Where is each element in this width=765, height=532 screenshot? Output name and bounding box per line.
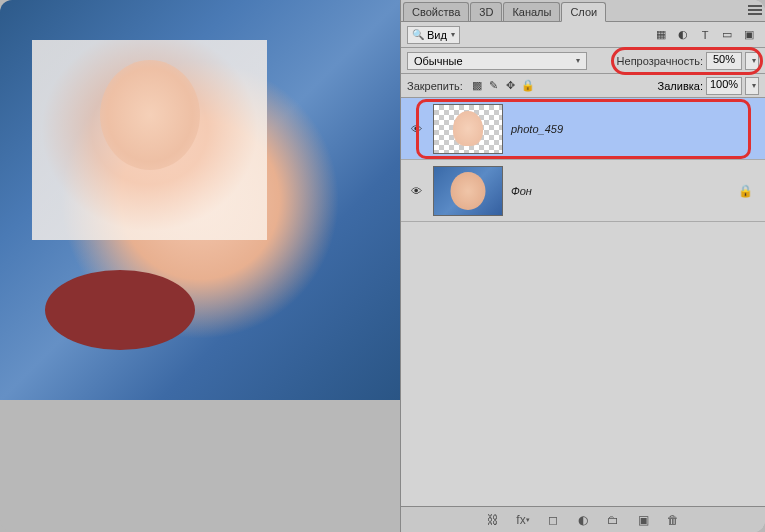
chevron-down-icon: ▾ xyxy=(576,56,580,65)
blend-mode-select[interactable]: Обычные ▾ xyxy=(407,52,587,70)
canvas-overlay-layer xyxy=(32,40,267,240)
delete-layer-icon[interactable]: 🗑 xyxy=(663,511,683,529)
tab-channels[interactable]: Каналы xyxy=(503,2,560,21)
tab-layers[interactable]: Слои xyxy=(561,2,606,22)
filter-adjustment-icon[interactable]: ◐ xyxy=(673,26,693,44)
tab-3d[interactable]: 3D xyxy=(470,2,502,21)
panel-tabs: Свойства 3D Каналы Слои xyxy=(401,0,765,22)
opacity-input[interactable]: 50% xyxy=(706,52,742,70)
opacity-dropdown[interactable]: ▾ xyxy=(745,52,759,70)
layer-fx-icon[interactable]: fx▾ xyxy=(513,511,533,529)
chevron-down-icon: ▾ xyxy=(451,30,455,39)
fill-label: Заливка: xyxy=(658,80,703,92)
fill-input[interactable]: 100% xyxy=(706,77,742,95)
blend-row: Обычные ▾ Непрозрачность: 50% ▾ xyxy=(401,48,765,74)
eye-icon: 👁 xyxy=(411,185,422,197)
filter-smart-icon[interactable]: ▣ xyxy=(739,26,759,44)
layer-row[interactable]: 👁 photo_459 xyxy=(401,98,765,160)
opacity-label: Непрозрачность: xyxy=(617,55,703,67)
fill-dropdown[interactable]: ▾ xyxy=(745,77,759,95)
filter-kind-label: Вид xyxy=(427,29,447,41)
canvas-area[interactable] xyxy=(0,0,400,532)
add-mask-icon[interactable]: ◻ xyxy=(543,511,563,529)
layer-thumbnail[interactable] xyxy=(433,104,503,154)
visibility-toggle[interactable]: 👁 xyxy=(407,182,425,200)
visibility-toggle[interactable]: 👁 xyxy=(407,120,425,138)
lock-pixels-icon[interactable]: ✎ xyxy=(486,78,502,94)
eye-icon: 👁 xyxy=(411,123,422,135)
layer-name[interactable]: Фон xyxy=(511,185,532,197)
lock-icon: 🔒 xyxy=(738,184,753,198)
lock-transparency-icon[interactable]: ▩ xyxy=(469,78,485,94)
filter-row: 🔍 Вид ▾ ▦ ◐ T ▭ ▣ xyxy=(401,22,765,48)
chevron-down-icon: ▾ xyxy=(752,56,756,65)
filter-type-icon[interactable]: T xyxy=(695,26,715,44)
search-icon: 🔍 xyxy=(412,29,424,40)
filter-pixel-icon[interactable]: ▦ xyxy=(651,26,671,44)
new-layer-icon[interactable]: ▣ xyxy=(633,511,653,529)
layer-thumbnail[interactable] xyxy=(433,166,503,216)
layer-name[interactable]: photo_459 xyxy=(511,123,563,135)
lock-all-icon[interactable]: 🔒 xyxy=(520,78,536,94)
layer-row[interactable]: 👁 Фон 🔒 xyxy=(401,160,765,222)
layers-list: 👁 photo_459 👁 Фон 🔒 xyxy=(401,98,765,506)
blend-mode-label: Обычные xyxy=(414,55,463,67)
filter-kind-select[interactable]: 🔍 Вид ▾ xyxy=(407,26,460,44)
filter-shape-icon[interactable]: ▭ xyxy=(717,26,737,44)
chevron-down-icon: ▾ xyxy=(752,81,756,90)
link-layers-icon[interactable]: ⛓ xyxy=(483,511,503,529)
tab-properties[interactable]: Свойства xyxy=(403,2,469,21)
lock-row: Закрепить: ▩ ✎ ✥ 🔒 Заливка: 100% ▾ xyxy=(401,74,765,98)
panel-menu-button[interactable] xyxy=(748,3,762,19)
hamburger-icon xyxy=(748,3,762,17)
layers-bottom-bar: ⛓ fx▾ ◻ ◐ 🗀 ▣ 🗑 xyxy=(401,506,765,532)
canvas-background-layer xyxy=(0,0,400,400)
adjustment-layer-icon[interactable]: ◐ xyxy=(573,511,593,529)
lock-label: Закрепить: xyxy=(407,80,463,92)
layers-panel: Свойства 3D Каналы Слои 🔍 Вид ▾ ▦ ◐ T ▭ … xyxy=(400,0,765,532)
new-group-icon[interactable]: 🗀 xyxy=(603,511,623,529)
lock-position-icon[interactable]: ✥ xyxy=(503,78,519,94)
